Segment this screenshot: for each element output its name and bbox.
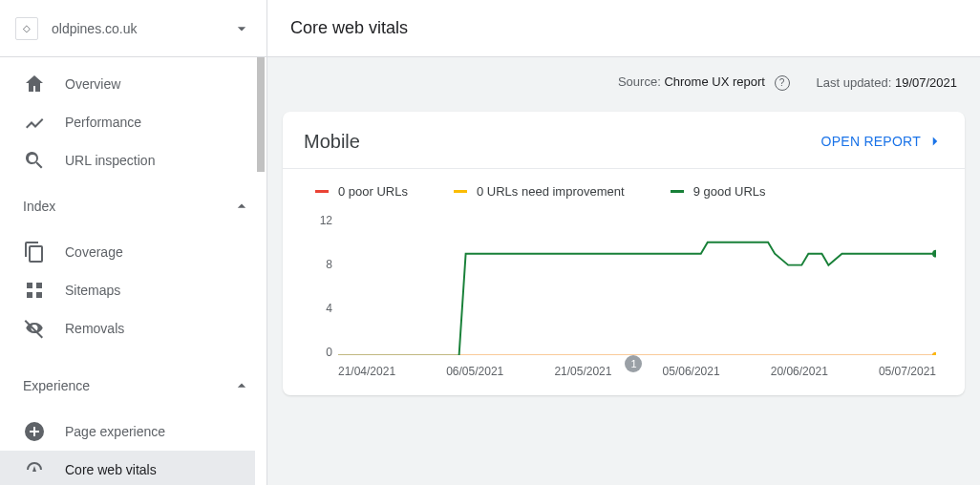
card-title: Mobile xyxy=(304,131,821,153)
sidebar-scrollbar[interactable] xyxy=(255,57,266,485)
sidebar-item-coverage[interactable]: Coverage xyxy=(0,233,266,271)
svg-point-2 xyxy=(932,249,936,257)
sidebar-item-label: Page experience xyxy=(65,424,165,439)
sidebar-item-label: Performance xyxy=(65,115,141,130)
legend-label: 0 poor URLs xyxy=(338,184,408,199)
source-value: Chrome UX report xyxy=(664,74,764,89)
chevron-right-icon xyxy=(927,133,944,150)
updated-value: 19/07/2021 xyxy=(895,75,957,90)
property-favicon: ◇ xyxy=(15,17,38,40)
section-title: Index xyxy=(23,199,55,214)
sidebar-item-performance[interactable]: Performance xyxy=(0,103,266,141)
sidebar-item-label: Sitemaps xyxy=(65,283,120,298)
chevron-up-icon xyxy=(232,197,251,216)
updated-block: Last updated: 19/07/2021 xyxy=(817,75,958,90)
legend-poor[interactable]: 0 poor URLs xyxy=(315,184,408,199)
nav-index-items: Coverage Sitemaps Removals xyxy=(0,225,266,355)
sidebar-item-label: Coverage xyxy=(65,244,123,260)
meta-row: Source: Chrome UX report ? Last updated:… xyxy=(267,57,980,112)
trend-icon xyxy=(23,111,46,134)
page-title: Core web vitals xyxy=(290,18,408,38)
sidebar-item-label: Overview xyxy=(65,76,120,92)
help-icon[interactable]: ? xyxy=(775,75,790,91)
plus-circle-icon xyxy=(23,420,46,443)
home-icon xyxy=(23,73,46,95)
copy-icon xyxy=(23,241,46,264)
speed-icon xyxy=(23,458,46,481)
svg-point-1 xyxy=(932,351,936,355)
source-label: Source: xyxy=(618,74,661,89)
card-mobile: Mobile OPEN REPORT 0 poor URLs xyxy=(283,112,965,395)
dropdown-caret-icon xyxy=(232,19,251,38)
chart-svg xyxy=(338,220,936,356)
event-marker[interactable]: 1 xyxy=(625,355,642,372)
legend-label: 9 good URLs xyxy=(693,184,766,199)
hide-icon xyxy=(23,317,46,340)
sidebar-item-label: URL inspection xyxy=(65,153,155,168)
search-icon xyxy=(23,149,46,172)
section-title: Experience xyxy=(23,378,90,393)
chevron-up-icon xyxy=(232,376,251,395)
legend-swatch-poor xyxy=(315,190,329,193)
open-report-label: OPEN REPORT xyxy=(821,134,921,149)
property-name: oldpines.co.uk xyxy=(52,21,232,36)
sidebar-item-overview[interactable]: Overview xyxy=(0,65,266,103)
nav-section-index[interactable]: Index xyxy=(0,187,266,225)
nav-section-experience[interactable]: Experience xyxy=(0,367,266,405)
sidebar-item-removals[interactable]: Removals xyxy=(0,309,266,348)
open-report-button[interactable]: OPEN REPORT xyxy=(821,133,944,150)
legend-label: 0 URLs need improvement xyxy=(477,184,625,199)
updated-label: Last updated: xyxy=(817,75,892,90)
main: Core web vitals Source: Chrome UX report… xyxy=(267,0,980,485)
sidebar-item-url-inspection[interactable]: URL inspection xyxy=(0,141,266,179)
map-icon xyxy=(23,279,46,302)
legend-good[interactable]: 9 good URLs xyxy=(671,184,766,199)
sidebar-item-sitemaps[interactable]: Sitemaps xyxy=(0,271,266,309)
legend-swatch-need xyxy=(454,190,467,193)
legend-need[interactable]: 0 URLs need improvement xyxy=(454,184,625,199)
nav-top: Overview Performance URL inspection xyxy=(0,57,266,187)
sidebar-item-label: Removals xyxy=(65,321,124,336)
sidebar: ◇ oldpines.co.uk Overview Performance UR… xyxy=(0,0,267,485)
chart-plot: 12840 21/04/202106/05/202121/05/202105/0… xyxy=(338,214,936,386)
chart-legend: 0 poor URLs 0 URLs need improvement 9 go… xyxy=(315,184,944,199)
sidebar-item-core-web-vitals[interactable]: Core web vitals xyxy=(0,451,266,485)
nav-experience-items: Page experience Core web vitals xyxy=(0,405,266,485)
y-axis-ticks: 12840 xyxy=(304,214,332,359)
source-block: Source: Chrome UX report ? xyxy=(618,74,790,91)
main-header: Core web vitals xyxy=(267,0,980,57)
sidebar-item-label: Core web vitals xyxy=(65,462,157,477)
property-dropdown[interactable]: ◇ oldpines.co.uk xyxy=(0,0,266,57)
sidebar-item-page-experience[interactable]: Page experience xyxy=(0,412,266,451)
legend-swatch-good xyxy=(671,190,684,193)
